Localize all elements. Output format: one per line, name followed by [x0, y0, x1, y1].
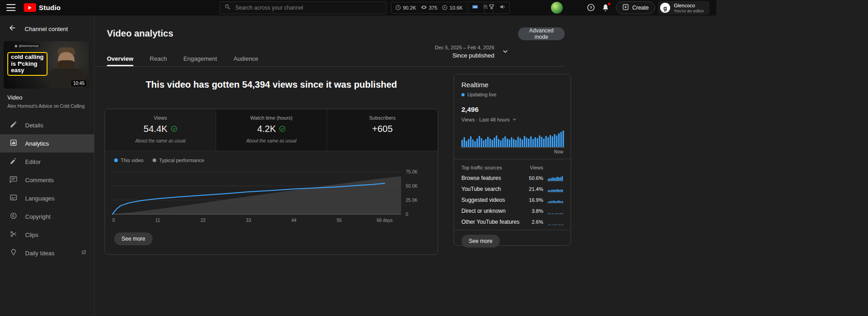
youtube-studio-app: Studio 90.2K 375 10.6K — [0, 0, 716, 316]
traffic-row-browse-features: Browse features 50.6% — [461, 175, 563, 181]
svg-text:0: 0 — [112, 218, 115, 223]
play-circle-icon — [442, 5, 448, 11]
realtime-see-more-button[interactable]: See more — [461, 235, 500, 248]
extension-extra-tools — [484, 2, 510, 14]
legend-dot-gray — [153, 158, 156, 162]
traffic-sparkline — [548, 197, 563, 203]
subscribers-stat: 10.6K — [442, 5, 463, 11]
megaphone-icon[interactable] — [499, 4, 506, 12]
video-kind-label: Video — [7, 94, 87, 101]
sidebar-item-analytics[interactable]: Analytics — [0, 134, 94, 153]
channel-search — [219, 1, 386, 14]
extension-stats-bar: 90.2K 375 10.6K — [391, 2, 493, 14]
back-to-channel-content[interactable]: Channel content — [0, 16, 94, 34]
create-icon — [622, 4, 629, 12]
about-same-check-icon — [279, 124, 286, 134]
account-avatar: g — [660, 3, 670, 13]
realtime-card: Realtime Updating live 2,496 Views · Las… — [454, 74, 571, 246]
sidebar-item-editor[interactable]: Editor — [0, 153, 94, 171]
metric-tab-subscribers[interactable]: Subscribers +605 — [327, 109, 438, 151]
views-headline: This video has gotten 54,394 views since… — [105, 79, 438, 90]
account-chip[interactable]: g Glencoco You're an editor — [658, 1, 709, 15]
copyright-icon — [10, 212, 17, 221]
notification-badge — [608, 2, 611, 5]
sidebar-item-languages[interactable]: Languages — [0, 189, 94, 207]
scissors-icon — [10, 230, 17, 239]
realtime-bar-chart — [461, 129, 563, 149]
help-icon[interactable]: ? — [587, 3, 596, 12]
chevron-down-icon — [512, 116, 517, 123]
updating-live-status: Updating live — [461, 92, 563, 97]
traffic-sparkline — [548, 175, 563, 181]
comment-icon — [10, 175, 17, 184]
sidebar-item-copyright[interactable]: Copyright — [0, 207, 94, 226]
realtime-views-value: 2,496 — [461, 105, 563, 113]
advanced-mode-button[interactable]: Advanced mode — [518, 27, 565, 40]
back-label: Channel content — [25, 26, 68, 32]
create-button[interactable]: Create — [616, 1, 655, 14]
svg-text:?: ? — [590, 5, 592, 10]
traffic-sparkline — [548, 208, 563, 214]
studio-logo[interactable]: Studio — [24, 3, 61, 12]
clock-icon — [395, 5, 401, 11]
video-duration-badge: 10:45 — [71, 80, 86, 86]
see-more-button[interactable]: See more — [114, 232, 153, 245]
sidebar-item-comments[interactable]: Comments — [0, 171, 94, 189]
date-range-text: Dec 5, 2025 – Feb 4, 2026 — [435, 45, 494, 50]
subtitles-icon — [10, 194, 17, 203]
analytics-tabs: Overview Reach Engagement Audience — [95, 51, 565, 67]
search-input[interactable] — [235, 5, 381, 11]
divider — [454, 159, 571, 159]
sidebar-item-daily-ideas[interactable]: Daily Ideas — [0, 244, 94, 262]
metric-tab-watch-time[interactable]: Watch time (hours) 4.2K About the same a… — [216, 109, 327, 151]
pencil-icon — [10, 121, 17, 130]
notifications-bell-icon[interactable] — [601, 3, 610, 12]
sidebar: Channel content @AlexHormozi cold callin… — [0, 16, 95, 316]
channel-avatar[interactable] — [551, 2, 563, 14]
studio-logo-text: Studio — [39, 4, 61, 11]
eye-icon — [421, 4, 427, 11]
external-link-icon — [81, 249, 87, 257]
overview-metrics-card: Views 54.4K About the same as usual Watc… — [105, 109, 438, 255]
chart-legend: This video Typical performance — [105, 151, 438, 163]
sidebar-item-clips[interactable]: Clips — [0, 226, 94, 244]
analytics-icon — [10, 139, 17, 148]
arrow-left-icon — [8, 24, 16, 34]
thumbnail-channel-handle: @AlexHormozi — [13, 44, 40, 48]
video-title: Alex Hormozi's Advice on Cold Calling — [7, 104, 87, 109]
page-title: Video analytics — [107, 28, 173, 39]
trophy-icon[interactable] — [488, 4, 495, 12]
now-label: Now — [461, 149, 563, 154]
views-line-chart: 025.0K50.0K75.0K0112233445566 days — [111, 165, 438, 229]
svg-text:66 days: 66 days — [376, 218, 392, 223]
tab-audience[interactable]: Audience — [233, 51, 258, 66]
legend-typical-performance: Typical performance — [153, 158, 204, 163]
realtime-title: Realtime — [461, 81, 563, 89]
realtime-views-caption[interactable]: Views · Last 48 hours — [461, 116, 563, 123]
tab-engagement[interactable]: Engagement — [183, 51, 217, 66]
traffic-sparkline — [548, 219, 563, 225]
video-menu: Details Analytics Editor Comments Langua… — [0, 116, 94, 262]
traffic-row-direct-or-unknown: Direct or unknown 3.8% — [461, 208, 563, 214]
keyboard-icon[interactable] — [471, 4, 479, 12]
svg-text:22: 22 — [201, 218, 206, 223]
account-role: You're an editor — [674, 8, 704, 13]
views-per-hour-stat: 90.2K — [395, 5, 416, 11]
divider — [454, 230, 571, 230]
traffic-row-youtube-search: YouTube search 21.4% — [461, 186, 563, 192]
live-dot-icon — [461, 93, 465, 96]
svg-text:25.0K: 25.0K — [406, 198, 418, 203]
sidebar-item-details[interactable]: Details — [0, 116, 94, 134]
editor-icon — [10, 157, 17, 166]
bulb-icon — [10, 248, 17, 258]
legend-dot-blue — [114, 158, 118, 162]
svg-text:50.0K: 50.0K — [406, 184, 418, 189]
traffic-sparkline — [548, 186, 563, 192]
tab-reach[interactable]: Reach — [150, 51, 167, 66]
menu-icon[interactable] — [6, 4, 16, 11]
metric-tab-views[interactable]: Views 54.4K About the same as usual — [105, 109, 216, 151]
svg-text:75.0K: 75.0K — [406, 169, 418, 174]
tab-overview[interactable]: Overview — [107, 51, 133, 66]
video-thumbnail[interactable]: @AlexHormozi cold calling is f*cking eas… — [4, 41, 89, 89]
svg-text:0: 0 — [406, 212, 408, 217]
